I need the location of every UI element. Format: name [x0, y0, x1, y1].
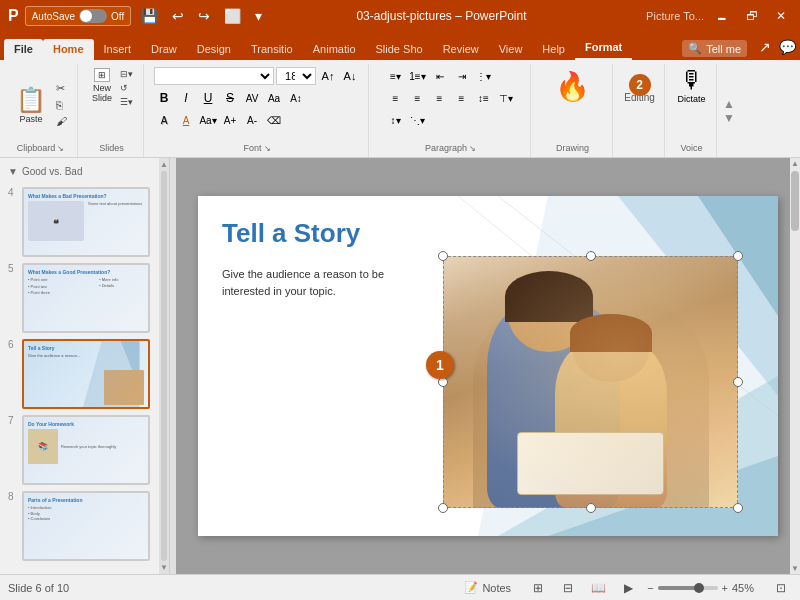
slide-canvas[interactable]: Tell a Story Give the audience a reason … [198, 196, 778, 536]
tab-slideshow[interactable]: Slide Sho [366, 39, 433, 60]
cut-button[interactable]: ✂ [54, 81, 69, 96]
change-case-button[interactable]: Aa [264, 88, 284, 108]
align-left-button[interactable]: ≡ [386, 88, 406, 108]
clear-format-button[interactable]: ⌫ [264, 110, 284, 130]
decrease-indent-button[interactable]: ⇤ [430, 66, 450, 86]
reading-view-button[interactable]: 📖 [587, 579, 609, 597]
share-icon[interactable]: ↗ [755, 37, 775, 57]
redo-icon[interactable]: ↪ [194, 6, 214, 26]
text-align-button[interactable]: ⊤▾ [496, 88, 516, 108]
copy-button[interactable]: ⎘ [54, 98, 69, 112]
tab-draw[interactable]: Draw [141, 39, 187, 60]
text-shadow-button[interactable]: A [154, 110, 174, 130]
undo-icon[interactable]: ↩ [168, 6, 188, 26]
strikethrough-button[interactable]: S [220, 88, 240, 108]
format-painter-button[interactable]: 🖌 [54, 114, 69, 128]
char-spacing-button[interactable]: AV [242, 88, 262, 108]
tab-home[interactable]: Home [43, 39, 94, 60]
slide-7-thumb[interactable]: Do Your Homework 📚 Research your topic t… [22, 415, 150, 485]
tab-transitions[interactable]: Transitio [241, 39, 303, 60]
font-color-button[interactable]: A [176, 110, 196, 130]
slide-sorter-button[interactable]: ⊟ [557, 579, 579, 597]
fit-slide-button[interactable]: ⊡ [770, 579, 792, 597]
decrease-font-button[interactable]: A↓ [340, 66, 360, 86]
font-size-input-sm[interactable]: A↕ [286, 88, 306, 108]
section-button[interactable]: ☰▾ [118, 96, 135, 108]
text-decrease[interactable]: A- [242, 110, 262, 130]
tab-file[interactable]: File [4, 39, 43, 60]
customize-icon[interactable]: ▾ [251, 6, 266, 26]
font-size-select[interactable]: 18 [276, 67, 316, 85]
columns-button[interactable]: ⋮▾ [474, 66, 494, 86]
title-bar: P AutoSave Off 💾 ↩ ↪ ⬜ ▾ 03-adjust-pictu… [0, 0, 800, 32]
font-dialog-icon[interactable]: ↘ [264, 144, 271, 153]
text-increase[interactable]: A+ [220, 110, 240, 130]
autosave-button[interactable]: AutoSave Off [25, 6, 132, 26]
tab-help[interactable]: Help [532, 39, 575, 60]
clipboard-dialog-icon[interactable]: ↘ [57, 144, 64, 153]
bullets-button[interactable]: ≡▾ [386, 66, 406, 86]
zoom-percent[interactable]: 45% [732, 582, 762, 594]
handle-bottom-right[interactable] [733, 503, 743, 513]
presentation-icon[interactable]: ⬜ [220, 6, 245, 26]
underline-button[interactable]: U [198, 88, 218, 108]
tab-review[interactable]: Review [433, 39, 489, 60]
line-spacing-button[interactable]: ↕▾ [386, 110, 406, 130]
image-container[interactable]: ↻ [443, 256, 738, 508]
slide-panel-scrollbar[interactable]: ▲ ▼ [159, 158, 169, 574]
slide-5-thumb[interactable]: What Makes a Good Presentation? • Point … [22, 263, 150, 333]
increase-indent-button[interactable]: ⇥ [452, 66, 472, 86]
close-button[interactable]: ✕ [770, 7, 792, 25]
paragraph-dialog-icon[interactable]: ↘ [469, 144, 476, 153]
handle-bottom-left[interactable] [438, 503, 448, 513]
comments-icon[interactable]: 💬 [775, 37, 800, 57]
ribbon-scroll[interactable]: ▲▼ [719, 64, 739, 157]
tab-view[interactable]: View [489, 39, 533, 60]
normal-view-button[interactable]: ⊞ [527, 579, 549, 597]
font-size-aa[interactable]: Aa▾ [198, 110, 218, 130]
zoom-in-button[interactable]: + [722, 582, 728, 594]
minimize-button[interactable]: 🗕 [710, 7, 734, 25]
italic-button[interactable]: I [176, 88, 196, 108]
notes-icon: 📝 [464, 581, 478, 594]
dictate-button[interactable]: 🎙 Dictate [678, 66, 706, 104]
editor-vscrollbar[interactable]: ▲ ▼ [790, 158, 800, 574]
paste-button[interactable]: 📋 Paste [12, 84, 50, 126]
ribbon-search[interactable]: 🔍 Tell me [682, 40, 747, 57]
section-collapse-icon[interactable]: ▼ [8, 166, 18, 177]
tab-animations[interactable]: Animatio [303, 39, 366, 60]
bold-button[interactable]: B [154, 88, 174, 108]
slide-4-thumb[interactable]: What Makes a Bad Presentation? 👨‍👩‍👧 Som… [22, 187, 150, 257]
reset-button[interactable]: ↺ [118, 82, 135, 94]
slide-8-thumb[interactable]: Parts of a Presentation • Introduction• … [22, 491, 150, 561]
layout-button[interactable]: ⊟▾ [118, 68, 135, 80]
handle-bottom-mid[interactable] [586, 503, 596, 513]
align-right-button[interactable]: ≡ [430, 88, 450, 108]
restore-button[interactable]: 🗗 [740, 7, 764, 25]
new-slide-button[interactable]: ⊞ New Slide [88, 66, 116, 105]
increase-font-button[interactable]: A↑ [318, 66, 338, 86]
zoom-bar[interactable] [658, 586, 718, 590]
voice-group: 🎙 Dictate Voice [667, 64, 717, 157]
notes-button[interactable]: 📝 Notes [456, 579, 519, 596]
font-name-select[interactable] [154, 67, 274, 85]
handle-top-left[interactable] [438, 251, 448, 261]
numbering-button[interactable]: 1≡▾ [408, 66, 428, 86]
tab-insert[interactable]: Insert [94, 39, 142, 60]
zoom-out-button[interactable]: − [647, 582, 653, 594]
slide-6-container: 6 Tell a Story Give the audience a reaso… [4, 339, 165, 409]
handle-right-mid[interactable] [733, 377, 743, 387]
drawing-shapes-icon[interactable]: 🔥 [555, 70, 590, 103]
autosave-toggle[interactable] [79, 9, 107, 23]
slide-6-thumb[interactable]: Tell a Story Give the audience a reason.… [22, 339, 150, 409]
handle-top-right[interactable] [733, 251, 743, 261]
align-center-button[interactable]: ≡ [408, 88, 428, 108]
slideshow-button[interactable]: ▶ [617, 579, 639, 597]
text-direction-button[interactable]: ↕≡ [474, 88, 494, 108]
justify-button[interactable]: ≡ [452, 88, 472, 108]
tab-format[interactable]: Format [575, 37, 632, 60]
handle-top-mid[interactable] [586, 251, 596, 261]
tab-design[interactable]: Design [187, 39, 241, 60]
save-icon[interactable]: 💾 [137, 6, 162, 26]
smartart-button[interactable]: ⋱▾ [408, 110, 428, 130]
